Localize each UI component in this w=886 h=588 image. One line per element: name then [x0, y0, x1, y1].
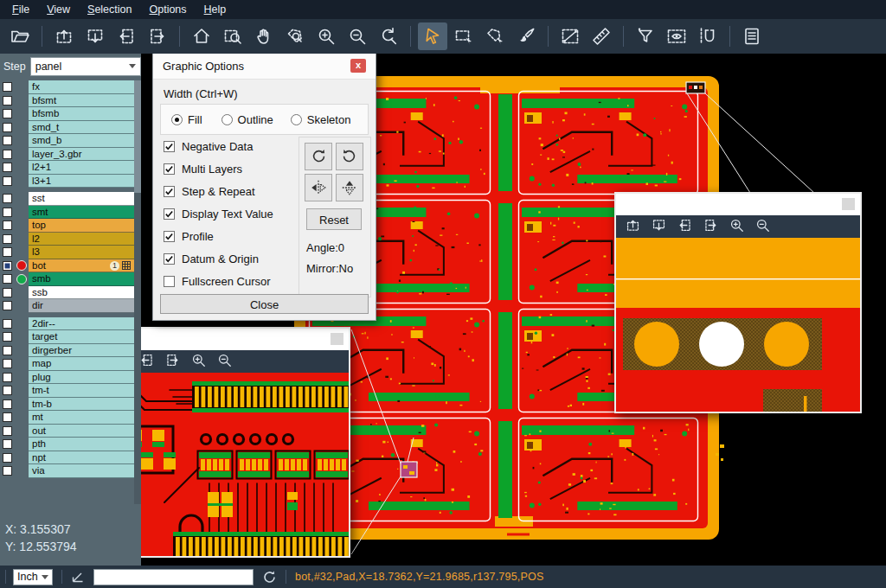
win-tool-zoom-out-button[interactable] — [754, 217, 771, 237]
layer-visibility-checkbox[interactable] — [0, 464, 15, 478]
step-select[interactable]: panel — [30, 57, 141, 76]
win-tool-pan-right-button[interactable] — [703, 217, 719, 237]
layer-visibility-checkbox[interactable] — [0, 259, 15, 273]
menu-selection[interactable]: Selection — [79, 1, 140, 18]
angle-measure-icon[interactable] — [71, 570, 85, 584]
layer-name[interactable]: npt — [29, 451, 134, 465]
tool-zoom-window-button[interactable] — [218, 22, 247, 50]
layer-row-smb[interactable]: smb — [0, 272, 134, 286]
layer-visibility-checkbox[interactable] — [0, 357, 15, 371]
layer-name[interactable]: dirgerber — [29, 344, 134, 358]
tool-pan-hand-button[interactable] — [249, 22, 279, 50]
layer-row-l2+1[interactable]: l2+1 — [0, 161, 134, 175]
layer-visibility-checkbox[interactable] — [0, 371, 15, 385]
layer-row-top[interactable]: top — [0, 219, 134, 233]
layer-row-mt[interactable]: mt — [0, 411, 134, 425]
layer-row-smd_b[interactable]: smd_b — [0, 134, 134, 148]
layer-visibility-checkbox[interactable] — [0, 219, 15, 233]
layer-visibility-checkbox[interactable] — [0, 80, 15, 94]
win-tool-pan-left-button[interactable] — [677, 217, 693, 237]
layer-row-tm-t[interactable]: tm-t — [0, 384, 134, 398]
layer-name[interactable]: target — [29, 330, 134, 344]
tool-ruler-button[interactable] — [587, 22, 616, 50]
menu-view[interactable]: View — [38, 1, 79, 18]
layer-visibility-checkbox[interactable] — [0, 344, 15, 358]
layer-row-layer_3.gbr[interactable]: layer_3.gbr — [0, 148, 134, 162]
layer-list-scrollbar[interactable] — [134, 80, 141, 504]
layer-row-plug[interactable]: plug — [0, 371, 134, 385]
menu-help[interactable]: Help — [196, 1, 235, 18]
layer-visibility-checkbox[interactable] — [0, 330, 15, 344]
menu-options[interactable]: Options — [140, 1, 195, 18]
layer-visibility-checkbox[interactable] — [0, 451, 15, 465]
layer-visibility-checkbox[interactable] — [0, 94, 15, 108]
layer-visibility-checkbox[interactable] — [0, 411, 15, 425]
reset-button[interactable]: Reset — [306, 208, 362, 230]
checkbox-step-repeat[interactable]: Step & Repeat — [164, 185, 255, 198]
tool-zoom-in-button[interactable] — [311, 22, 341, 50]
layer-row-bfsmb[interactable]: bfsmb — [0, 107, 134, 121]
tool-pan-right-button[interactable] — [143, 22, 172, 50]
win-tool-pan-down-button[interactable] — [651, 217, 667, 237]
layer-row-via[interactable]: via — [0, 464, 134, 478]
layer-visibility-checkbox[interactable] — [0, 438, 15, 451]
layer-visibility-checkbox[interactable] — [0, 317, 15, 331]
layer-row-bot[interactable]: bot1 — [0, 259, 134, 273]
layer-visibility-checkbox[interactable] — [0, 121, 15, 135]
tool-measure-diagonal-button[interactable] — [555, 22, 585, 50]
layer-name[interactable]: mt — [29, 411, 134, 425]
mirror-horizontal-button[interactable] — [305, 174, 332, 201]
layer-row-ssb[interactable]: ssb — [0, 286, 134, 300]
layer-visibility-checkbox[interactable] — [0, 299, 15, 313]
tool-zoom-polygon-button[interactable] — [280, 22, 310, 50]
radio-fill[interactable]: Fill — [171, 113, 202, 126]
window-button-icon[interactable] — [842, 198, 855, 210]
layer-row-out[interactable]: out — [0, 425, 134, 438]
menu-file[interactable]: File — [3, 1, 38, 18]
layer-name[interactable]: out — [29, 425, 134, 438]
tool-rect-select-button[interactable] — [449, 22, 478, 50]
layer-name[interactable]: fx — [29, 80, 134, 94]
layer-name[interactable]: 2dir-- — [29, 317, 134, 331]
layer-visibility-checkbox[interactable] — [0, 425, 15, 438]
layer-row-npt[interactable]: npt — [0, 451, 134, 465]
tool-poly-select-button[interactable] — [480, 22, 510, 50]
win-tool-zoom-in-button[interactable] — [190, 352, 207, 372]
layer-row-map[interactable]: map — [0, 357, 134, 371]
layer-visibility-checkbox[interactable] — [0, 206, 15, 220]
layer-name[interactable]: via — [29, 464, 134, 478]
close-icon[interactable]: x — [350, 59, 366, 73]
checkbox-datum-origin[interactable]: Datum & Origin — [164, 252, 259, 265]
layer-visibility-checkbox[interactable] — [0, 272, 15, 286]
layer-row-l3+1[interactable]: l3+1 — [0, 175, 134, 189]
layer-name[interactable]: sst — [29, 192, 134, 206]
layer-name[interactable]: top — [29, 219, 134, 233]
tool-zoom-previous-button[interactable] — [374, 22, 403, 50]
checkbox-profile[interactable]: Profile — [164, 230, 214, 243]
layer-row-l3[interactable]: l3 — [0, 246, 134, 259]
layer-row-smd_t[interactable]: smd_t — [0, 121, 134, 135]
tool-snap-button[interactable] — [693, 22, 722, 50]
layer-row-smt[interactable]: smt — [0, 206, 134, 220]
close-button[interactable]: Close — [160, 294, 369, 314]
tool-report-button[interactable] — [737, 22, 767, 50]
layer-visibility-checkbox[interactable] — [0, 192, 15, 206]
layer-visibility-checkbox[interactable] — [0, 148, 15, 162]
unit-select[interactable]: Inch — [13, 569, 53, 585]
layer-row-2dir--[interactable]: 2dir-- — [0, 317, 134, 331]
layer-name[interactable]: smt — [29, 206, 134, 220]
layer-row-tm-b[interactable]: tm-b — [0, 398, 134, 412]
layer-name[interactable]: pth — [29, 438, 134, 451]
layer-name[interactable]: plug — [29, 371, 134, 385]
layer-visibility-checkbox[interactable] — [0, 107, 15, 121]
layer-row-sst[interactable]: sst — [0, 192, 134, 206]
layer-name[interactable]: l2+1 — [29, 161, 134, 175]
layer-name[interactable]: smb — [29, 272, 134, 286]
layer-visibility-checkbox[interactable] — [0, 134, 15, 148]
layer-name[interactable]: l3 — [29, 246, 134, 259]
detail-window-right-view[interactable] — [616, 238, 860, 412]
layer-name[interactable]: smd_b — [29, 134, 134, 148]
layer-name[interactable]: layer_3.gbr — [29, 148, 134, 162]
tool-pan-left-button[interactable] — [112, 22, 141, 50]
tool-home-button[interactable] — [187, 22, 216, 50]
